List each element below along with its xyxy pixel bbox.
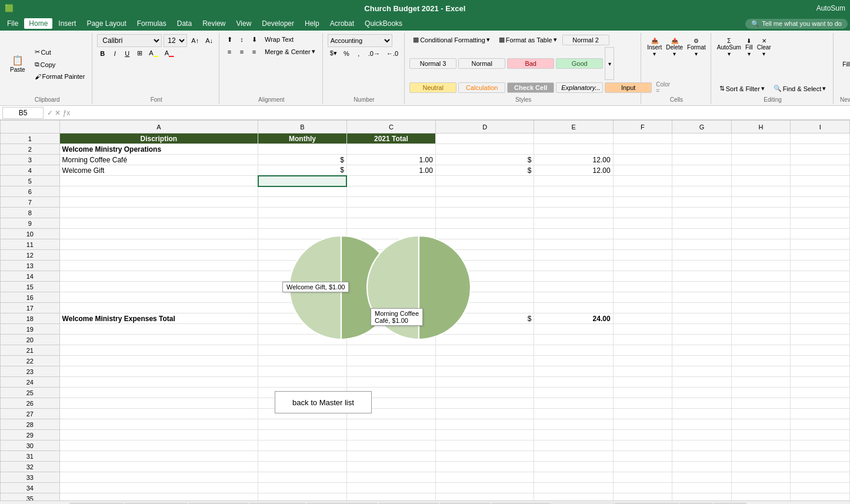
cell-2-D[interactable] [435, 144, 534, 155]
cell-25-A[interactable] [59, 388, 258, 398]
cell-4-A[interactable]: Welcome Gift [59, 165, 258, 176]
cell-18-E[interactable]: 24.00 [534, 313, 613, 324]
cell-31-H[interactable] [731, 451, 791, 462]
cell-28-I[interactable] [791, 419, 850, 430]
bold-button[interactable]: B [97, 49, 108, 58]
cell-2-B[interactable] [258, 144, 347, 155]
cell-30-E[interactable] [534, 440, 613, 451]
cell-23-D[interactable] [435, 366, 534, 377]
menu-acrobat[interactable]: Acrobat [325, 18, 359, 29]
cell-7-C[interactable] [346, 197, 435, 208]
cell-4-B[interactable]: $ [258, 165, 347, 176]
more-styles-button[interactable]: ▾ [605, 47, 614, 80]
cell-33-G[interactable] [672, 472, 732, 483]
cell-25-F[interactable] [613, 388, 672, 398]
cell-23-C[interactable] [346, 366, 435, 377]
cell-23-E[interactable] [534, 366, 613, 377]
cell-6-A[interactable] [59, 186, 258, 197]
cell-4-H[interactable] [731, 165, 791, 176]
cell-26-G[interactable] [672, 398, 732, 409]
autosum-button[interactable]: Σ AutoSum ▾ [716, 36, 742, 58]
col-header-G[interactable]: G [672, 121, 732, 133]
cell-21-E[interactable] [534, 345, 613, 356]
cell-6-C[interactable] [346, 186, 435, 197]
decrease-font-btn[interactable]: A↓ [203, 36, 215, 45]
cell-5-A[interactable] [59, 176, 258, 186]
cell-17-E[interactable] [534, 303, 613, 313]
cell-15-H[interactable] [731, 282, 791, 292]
cell-11-I[interactable] [791, 239, 850, 250]
cell-34-C[interactable] [346, 483, 435, 493]
cell-5-B[interactable] [258, 176, 347, 186]
cell-25-H[interactable] [731, 388, 791, 398]
menu-developer[interactable]: Developer [257, 18, 299, 29]
cell-22-H[interactable] [731, 356, 791, 366]
cell-18-F[interactable] [613, 313, 672, 324]
increase-decimal-btn[interactable]: .0→ [366, 49, 382, 58]
cell-13-E[interactable] [534, 261, 613, 271]
cell-26-E[interactable] [534, 398, 613, 409]
decrease-decimal-btn[interactable]: ←.0 [384, 49, 401, 58]
cell-12-F[interactable] [613, 250, 672, 261]
style-good[interactable]: Good [556, 58, 603, 69]
cell-25-I[interactable] [791, 388, 850, 398]
cell-7-D[interactable] [435, 197, 534, 208]
cell-16-F[interactable] [613, 292, 672, 303]
find-select-button[interactable]: 🔍 Find & Select ▾ [770, 83, 829, 94]
cell-16-G[interactable] [672, 292, 732, 303]
cell-19-E[interactable] [534, 324, 613, 335]
cell-25-G[interactable] [672, 388, 732, 398]
style-normal2[interactable]: Normal 2 [562, 35, 609, 45]
cell-34-H[interactable] [731, 483, 791, 493]
cell-31-A[interactable] [59, 451, 258, 462]
cell-35-C[interactable] [346, 493, 435, 501]
cell-19-I[interactable] [791, 324, 850, 335]
cell-10-F[interactable] [613, 229, 672, 239]
cell-3-H[interactable] [731, 155, 791, 165]
cell-24-C[interactable] [346, 377, 435, 388]
cell-35-G[interactable] [672, 493, 732, 501]
cell-9-H[interactable] [731, 218, 791, 229]
cell-29-E[interactable] [534, 430, 613, 440]
cell-12-G[interactable] [672, 250, 732, 261]
clear-button[interactable]: ✕ Clear ▾ [756, 36, 772, 58]
cell-24-H[interactable] [731, 377, 791, 388]
cell-28-A[interactable] [59, 419, 258, 430]
cell-19-G[interactable] [672, 324, 732, 335]
cell-10-I[interactable] [791, 229, 850, 239]
cell-4-C[interactable]: 1.00 [346, 165, 435, 176]
font-name-select[interactable]: Calibri [97, 34, 162, 47]
format-as-table-button[interactable]: ▦ Format as Table ▾ [495, 34, 561, 45]
align-middle-btn[interactable]: ↕ [236, 35, 247, 44]
cell-2-C[interactable] [346, 144, 435, 155]
cell-14-F[interactable] [613, 271, 672, 282]
cell-15-A[interactable] [59, 282, 258, 292]
cell-6-E[interactable] [534, 186, 613, 197]
sort-filter-button[interactable]: ⇅ Sort & Filter ▾ [716, 83, 768, 94]
fill-button[interactable]: ⬇ Fill ▾ [744, 36, 754, 58]
cell-11-G[interactable] [672, 239, 732, 250]
cell-31-C[interactable] [346, 451, 435, 462]
cell-34-F[interactable] [613, 483, 672, 493]
cell-21-G[interactable] [672, 345, 732, 356]
cell-34-A[interactable] [59, 483, 258, 493]
col-header-H[interactable]: H [731, 121, 791, 133]
cell-21-I[interactable] [791, 345, 850, 356]
cell-20-A[interactable] [59, 335, 258, 345]
cell-26-A[interactable] [59, 398, 258, 409]
cell-20-E[interactable] [534, 335, 613, 345]
cell-4-G[interactable] [672, 165, 732, 176]
cell-1-B[interactable]: Monthly [258, 133, 347, 144]
cell-26-I[interactable] [791, 398, 850, 409]
cell-30-A[interactable] [59, 440, 258, 451]
share-button[interactable]: AutoSum [816, 4, 845, 12]
cell-27-I[interactable] [791, 409, 850, 419]
cell-34-G[interactable] [672, 483, 732, 493]
cell-17-I[interactable] [791, 303, 850, 313]
col-header-C[interactable]: C [346, 121, 435, 133]
cell-22-I[interactable] [791, 356, 850, 366]
cell-30-B[interactable] [258, 440, 347, 451]
cell-9-A[interactable] [59, 218, 258, 229]
cell-32-I[interactable] [791, 462, 850, 472]
cell-18-G[interactable] [672, 313, 732, 324]
